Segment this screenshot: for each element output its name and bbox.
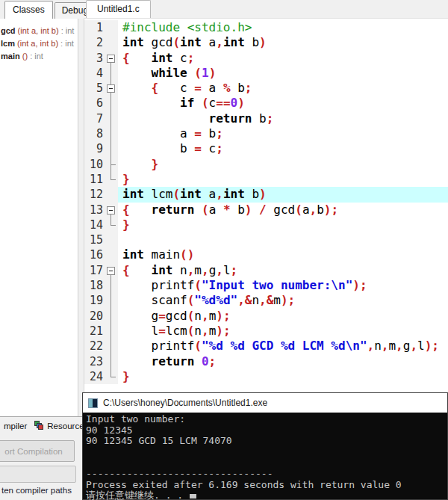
class-browser-item-gcd[interactable]: gcd (int a, int b) : int [1, 25, 78, 37]
fold-toggle-icon[interactable] [105, 51, 118, 66]
code-line-4: 4 while (1) [84, 66, 448, 81]
class-browser-item-main[interactable]: main () : int [1, 50, 78, 63]
line-number: 11 [84, 172, 105, 187]
code-line-15: 15 [84, 232, 448, 247]
fold-gutter [105, 278, 118, 293]
code-line-6: 6 if (c==0) [84, 96, 448, 111]
line-number: 13 [84, 203, 105, 217]
panel-splitter[interactable] [78, 19, 84, 416]
fold-toggle-icon[interactable] [105, 203, 118, 217]
left-tab-bar: Classes Debug [0, 0, 84, 19]
line-number: 23 [84, 354, 105, 369]
line-number: 6 [84, 96, 105, 111]
line-number: 19 [84, 293, 105, 308]
code-line-19: 19 scanf("%d%d",&n,&m); [84, 293, 448, 308]
fold-gutter [105, 309, 118, 324]
code-line-23: 23 return 0; [84, 354, 448, 369]
line-number: 2 [84, 35, 105, 50]
code-line-12: 12int lcm(int a,int b) [84, 187, 448, 202]
code-text: { int n,m,g,l; [118, 263, 448, 278]
fold-gutter [105, 126, 118, 141]
code-text: g=gcd(n,m); [118, 309, 448, 324]
console-title-bar[interactable]: C:\Users\honey\Documents\Untitled1.exe [83, 393, 447, 413]
line-number: 1 [84, 20, 105, 35]
tab-classes[interactable]: Classes [4, 1, 53, 19]
code-text: { int c; [118, 51, 448, 66]
fold-toggle-icon[interactable] [105, 81, 118, 96]
code-line-10: 10 } [84, 157, 448, 172]
code-line-14: 14} [84, 217, 448, 232]
console-window: C:\Users\honey\Documents\Untitled1.exe I… [82, 392, 448, 500]
tab-untitled1[interactable]: Untitled1.c [86, 0, 151, 18]
tab-compiler-label: mpiler [4, 422, 27, 430]
code-text: printf("Input two number:\n"); [118, 278, 448, 293]
code-text: } [118, 157, 448, 172]
code-text: return b; [118, 111, 448, 126]
code-text: while (1) [118, 66, 448, 81]
fold-gutter [105, 217, 118, 232]
line-number: 3 [84, 51, 105, 66]
editor-tab-bar: Untitled1.c [84, 0, 448, 19]
console-cursor [190, 494, 196, 499]
console-title-text: C:\Users\honey\Documents\Untitled1.exe [103, 398, 267, 408]
fold-toggle-icon[interactable] [105, 263, 118, 278]
code-line-9: 9 b = c; [84, 141, 448, 156]
line-number: 12 [84, 187, 105, 202]
line-number: 4 [84, 66, 105, 81]
line-number: 8 [84, 126, 105, 141]
fold-gutter [105, 232, 118, 247]
code-text: l=lcm(n,m); [118, 324, 448, 339]
line-number: 24 [84, 369, 105, 384]
code-line-11: 11} [84, 172, 448, 187]
console-line: Input two number: [86, 414, 447, 425]
fold-gutter [105, 66, 118, 81]
line-number: 20 [84, 309, 105, 324]
fold-gutter [105, 111, 118, 126]
class-browser-item-lcm[interactable]: lcm (int a, int b) : int [1, 37, 78, 50]
tab-compiler[interactable]: mpiler [1, 420, 29, 432]
code-text: #include <stdio.h> [118, 20, 448, 35]
console-line: 90 12345 GCD 15 LCM 74070 [86, 436, 447, 447]
code-text: printf("%d %d GCD %d LCM %d\n",n,m,g,l); [118, 339, 448, 354]
fold-gutter [105, 247, 118, 262]
line-number: 7 [84, 111, 105, 126]
code-line-22: 22 printf("%d %d GCD %d LCM %d\n",n,m,g,… [84, 339, 448, 354]
code-text: } [118, 172, 448, 187]
console-line: -------------------------------- [86, 469, 447, 480]
console-line [86, 447, 447, 458]
code-line-13: 13{ return (a * b) / gcd(a,b); [84, 203, 448, 217]
console-icon [88, 398, 98, 408]
abort-compilation-button[interactable]: ort Compilation [0, 440, 75, 462]
code-line-17: 17{ int n,m,g,l; [84, 263, 448, 278]
console-output: Input two number:90 1234590 12345 GCD 15… [83, 413, 447, 500]
fold-gutter [105, 35, 118, 50]
line-number: 22 [84, 339, 105, 354]
line-number: 9 [84, 141, 105, 156]
code-line-21: 21 l=lcm(n,m); [84, 324, 448, 339]
line-number: 15 [84, 232, 105, 247]
code-text: { return (a * b) / gcd(a,b); [118, 203, 448, 217]
line-number: 10 [84, 157, 105, 172]
fold-gutter [105, 187, 118, 202]
fold-gutter [105, 369, 118, 384]
fold-gutter [105, 293, 118, 308]
shorten-compiler-paths-label: ten compiler paths [1, 486, 72, 495]
console-line [86, 457, 447, 469]
code-text: { c = a % b; [118, 81, 448, 96]
fold-gutter [105, 141, 118, 156]
code-text: a = b; [118, 126, 448, 141]
code-text: } [118, 369, 448, 384]
fold-gutter [105, 324, 118, 339]
line-number: 5 [84, 81, 105, 96]
resources-icon [34, 421, 44, 430]
code-line-7: 7 return b; [84, 111, 448, 126]
code-line-16: 16int main() [84, 247, 448, 262]
line-number: 17 [84, 263, 105, 278]
fold-gutter [105, 172, 118, 187]
fold-gutter [105, 20, 118, 35]
panel-button-partial[interactable] [0, 466, 76, 483]
code-editor[interactable]: 1#include <stdio.h>2int gcd(int a,int b)… [84, 19, 448, 416]
console-line: 90 12345 [86, 425, 447, 436]
code-text: scanf("%d%d",&n,&m); [118, 293, 448, 308]
code-text: return 0; [118, 354, 448, 369]
